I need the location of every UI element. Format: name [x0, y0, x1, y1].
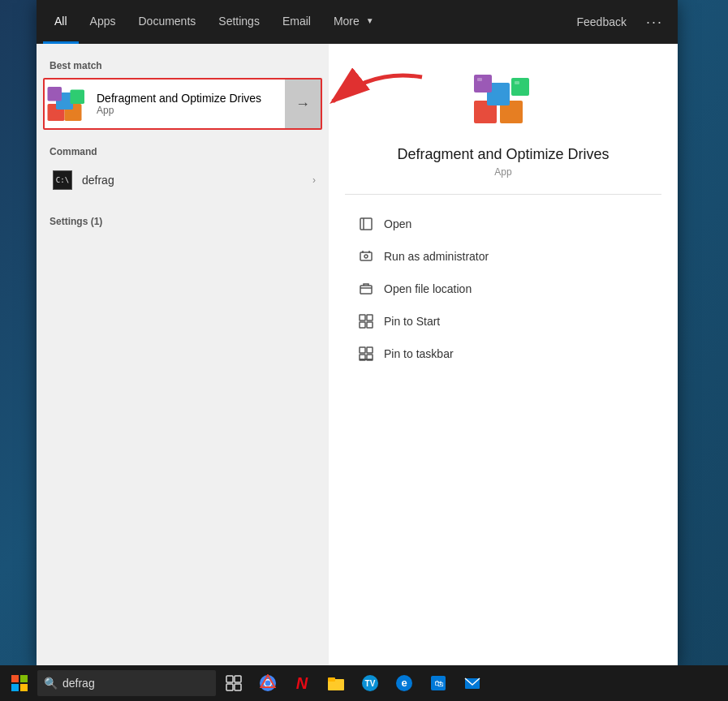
action-list: Open Run as administrator	[345, 208, 661, 370]
svg-rect-9	[511, 78, 529, 96]
svg-rect-34	[235, 676, 241, 682]
svg-rect-3	[48, 87, 62, 101]
nav-item-more[interactable]: More ▼	[322, 0, 386, 44]
command-defrag-item[interactable]: C:\ defrag ›	[37, 161, 329, 200]
nav-item-all[interactable]: All	[43, 0, 79, 44]
command-section: Command C:\ defrag ›	[37, 133, 329, 206]
cmd-icon: C:\	[50, 167, 75, 193]
action-open-label: Open	[384, 217, 411, 230]
chevron-down-icon: ▼	[366, 16, 374, 25]
settings-label: Settings (1)	[37, 209, 329, 230]
arrow-right-icon: →	[295, 96, 310, 113]
svg-text:e: e	[401, 677, 407, 689]
svg-point-39	[265, 681, 271, 686]
pin-taskbar-icon	[358, 346, 374, 362]
taskbar-search-box[interactable]: 🔍 defrag	[37, 670, 216, 696]
svg-rect-35	[226, 684, 233, 690]
best-match-subtitle: App	[97, 105, 278, 116]
svg-text:TV: TV	[365, 679, 376, 688]
open-location-icon	[358, 281, 374, 297]
svg-rect-21	[360, 322, 365, 328]
svg-point-17	[364, 255, 368, 258]
feedback-button[interactable]: Feedback	[566, 11, 638, 33]
svg-rect-8	[474, 75, 492, 92]
action-pin-start-label: Pin to Start	[384, 315, 440, 328]
taskbar-search-text: defrag	[62, 677, 95, 690]
pin-start-icon	[358, 313, 374, 329]
app-type: App	[494, 166, 511, 178]
svg-rect-12	[360, 218, 372, 230]
action-open[interactable]: Open	[345, 208, 661, 240]
svg-rect-11	[515, 81, 519, 84]
left-panel: Best match Defragmen	[37, 44, 329, 665]
action-open-location[interactable]: Open file location	[345, 273, 661, 305]
svg-rect-14	[360, 252, 372, 260]
svg-rect-41	[328, 677, 335, 682]
right-panel: Defragment and Optimize Drives App Open	[329, 44, 678, 665]
svg-rect-36	[235, 684, 241, 690]
svg-rect-24	[367, 347, 373, 353]
action-run-admin[interactable]: Run as administrator	[345, 240, 661, 273]
svg-rect-33	[226, 676, 233, 682]
svg-rect-23	[360, 347, 365, 353]
edge-button[interactable]: e	[388, 667, 420, 699]
start-button[interactable]	[3, 667, 36, 699]
svg-text:🛍: 🛍	[434, 678, 444, 688]
best-match-title: Defragment and Optimize Drives	[97, 92, 278, 105]
settings-section: Settings (1)	[37, 206, 329, 234]
svg-rect-22	[367, 322, 373, 328]
content-area: Best match Defragmen	[37, 44, 678, 665]
action-pin-taskbar[interactable]: Pin to taskbar	[345, 338, 661, 370]
action-pin-start[interactable]: Pin to Start	[345, 305, 661, 338]
run-admin-icon	[358, 248, 374, 264]
divider	[345, 194, 661, 195]
mail-button[interactable]	[456, 667, 489, 699]
search-window: All Apps Documents Settings Email More ▼…	[37, 0, 678, 665]
command-label: Command	[37, 140, 329, 161]
file-explorer-button[interactable]	[320, 667, 352, 699]
nav-bar: All Apps Documents Settings Email More ▼…	[37, 0, 678, 44]
app-icon-large	[471, 68, 536, 133]
taskbar: 🔍 defrag N	[0, 665, 728, 701]
microsoft-store-button[interactable]: 🛍	[422, 667, 454, 699]
chevron-right-icon: ›	[312, 174, 316, 186]
nav-item-documents[interactable]: Documents	[127, 0, 207, 44]
svg-rect-19	[360, 315, 365, 320]
nav-item-settings[interactable]: Settings	[207, 0, 271, 44]
svg-rect-29	[11, 675, 19, 682]
command-item-text: defrag	[75, 174, 312, 187]
defrag-icon-small	[45, 80, 90, 128]
svg-rect-10	[477, 78, 482, 81]
desktop: All Apps Documents Settings Email More ▼…	[0, 0, 728, 701]
more-options-button[interactable]: ···	[638, 9, 671, 36]
netflix-icon: N	[296, 674, 308, 693]
action-open-location-label: Open file location	[384, 282, 472, 295]
open-icon	[358, 216, 374, 232]
teamviewer-button[interactable]: TV	[354, 667, 386, 699]
netflix-button[interactable]: N	[286, 667, 318, 699]
svg-rect-30	[20, 675, 28, 682]
svg-rect-32	[20, 684, 28, 691]
action-pin-taskbar-label: Pin to taskbar	[384, 347, 454, 360]
action-run-admin-label: Run as administrator	[384, 250, 489, 263]
best-match-text: Defragment and Optimize Drives App	[90, 85, 285, 123]
search-icon: 🔍	[44, 677, 58, 690]
chrome-button[interactable]	[252, 667, 284, 699]
svg-rect-18	[360, 286, 372, 294]
svg-rect-20	[367, 315, 373, 320]
best-match-item[interactable]: Defragment and Optimize Drives App →	[43, 78, 322, 130]
svg-rect-4	[71, 90, 85, 105]
nav-item-email[interactable]: Email	[271, 0, 322, 44]
svg-rect-31	[11, 684, 19, 691]
best-match-arrow-button[interactable]: →	[285, 80, 321, 128]
nav-item-apps[interactable]: Apps	[79, 0, 127, 44]
best-match-label: Best match	[37, 54, 329, 75]
app-name: Defragment and Optimize Drives	[397, 146, 609, 163]
task-view-button[interactable]	[218, 667, 250, 699]
